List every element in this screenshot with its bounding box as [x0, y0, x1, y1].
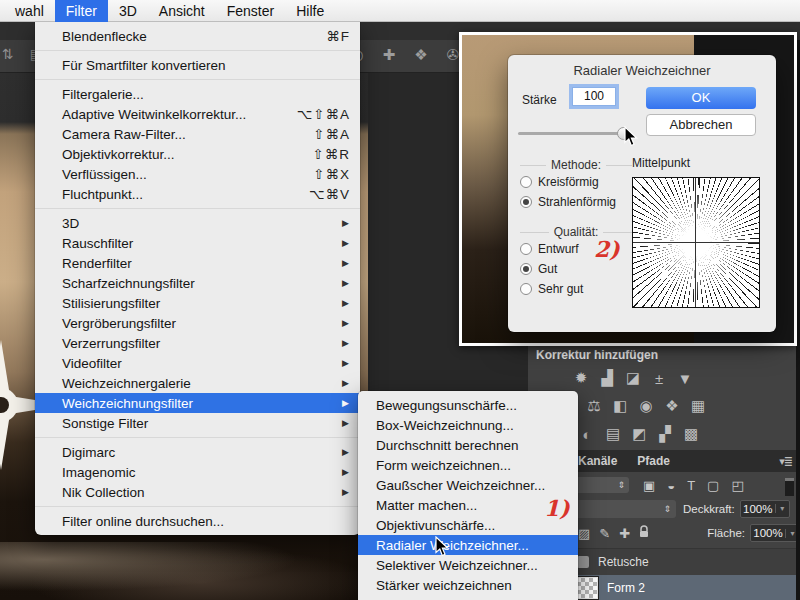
- fill-value-box[interactable]: 100% ▾: [750, 524, 800, 542]
- color-balance-icon[interactable]: ⚖: [581, 397, 607, 415]
- posterize-icon[interactable]: ▤: [600, 425, 626, 443]
- sync-icon-icon[interactable]: ⇅: [2, 46, 14, 62]
- opacity-dropdown-icon[interactable]: ▾: [775, 504, 789, 513]
- color-lookup-icon[interactable]: ▦: [685, 397, 711, 415]
- curves-icon[interactable]: ◪: [620, 369, 646, 387]
- menu-item[interactable]: Videofilter▶: [35, 353, 360, 373]
- mouse-cursor-2: [624, 126, 639, 147]
- photo-filter-icon[interactable]: ◉: [633, 397, 659, 415]
- menu-item[interactable]: Stilisierungsfilter▶: [35, 293, 360, 313]
- move-tool-icon-icon[interactable]: ✚: [380, 46, 398, 64]
- menu-item[interactable]: Filtergalerie...: [35, 84, 360, 104]
- menu-item[interactable]: Fluchtpunkt...⌥⌘V: [35, 184, 360, 204]
- submenu-arrow-icon: ▶: [342, 258, 350, 268]
- menu-item[interactable]: Digimarc▶: [35, 442, 360, 462]
- brightness-contrast-icon[interactable]: ✹: [568, 369, 594, 387]
- menu-item[interactable]: Blendenflecke⌘F: [35, 26, 360, 46]
- radio-icon[interactable]: [520, 263, 532, 275]
- shape-filter-icon[interactable]: ▢: [707, 478, 719, 493]
- menu-item[interactable]: Rauschfilter▶: [35, 233, 360, 253]
- menu-item-label: Durchschnitt berechnen: [376, 438, 560, 453]
- menu-item[interactable]: Imagenomic▶: [35, 462, 360, 482]
- opacity-value-box[interactable]: 100% ▾: [740, 500, 790, 518]
- channel-mixer-icon[interactable]: ❖: [659, 397, 685, 415]
- menu-item[interactable]: Weichzeichnen: [358, 595, 578, 600]
- menu-item[interactable]: Nik Collection▶: [35, 482, 360, 502]
- menu-item[interactable]: Bewegungsunschärfe...: [358, 395, 578, 415]
- dialog-inset-screenshot: Radialer Weichzeichner Stärke 100 OK Abb…: [459, 32, 797, 346]
- menu-item[interactable]: Filter online durchsuchen...: [35, 511, 360, 531]
- menu-item[interactable]: 3D▶: [35, 213, 360, 233]
- menu-shortcut: ⇧⌘X: [313, 166, 350, 182]
- menu-item[interactable]: Renderfilter▶: [35, 253, 360, 273]
- radio-option[interactable]: Sehr gut: [520, 279, 632, 299]
- menu-item[interactable]: Selektiver Weichzeichner...: [358, 555, 578, 575]
- levels-icon[interactable]: ▟: [594, 369, 620, 387]
- menu-item[interactable]: Camera Raw-Filter...⇧⌘A: [35, 124, 360, 144]
- menu-item-label: Imagenomic: [62, 465, 334, 480]
- menubar-item-fenster[interactable]: Fenster: [216, 0, 285, 22]
- strength-input[interactable]: 100: [572, 87, 616, 106]
- type-filter-icon[interactable]: T: [687, 478, 695, 493]
- menu-item[interactable]: Form weichzeichnen...: [358, 455, 578, 475]
- fill-opacity-chip: [785, 478, 794, 496]
- lock-paint-icon[interactable]: ✎: [599, 526, 610, 541]
- menu-item[interactable]: Gaußscher Weichzeichner...: [358, 475, 578, 495]
- menu-item[interactable]: Vergröberungsfilter▶: [35, 313, 360, 333]
- lock-transparent-icon[interactable]: ▨: [578, 526, 590, 541]
- radio-option[interactable]: Kreisförmig: [520, 172, 632, 192]
- menubar-item-3d[interactable]: 3D: [108, 0, 148, 22]
- menu-item[interactable]: Objektivkorrektur...⇧⌘R: [35, 144, 360, 164]
- menubar-item-filter[interactable]: Filter: [55, 0, 108, 22]
- menu-item[interactable]: Sonstige Filter▶: [35, 413, 360, 433]
- menu-item[interactable]: Weichzeichnungsfilter▶: [35, 393, 360, 413]
- radio-icon[interactable]: [520, 176, 532, 188]
- menu-item-label: Digimarc: [62, 445, 334, 460]
- radio-option[interactable]: Gut: [520, 259, 632, 279]
- tab-paths[interactable]: Pfade: [627, 454, 680, 468]
- selective-color-icon[interactable]: ▞: [652, 425, 678, 443]
- menu-item[interactable]: Durchschnitt berechnen: [358, 435, 578, 455]
- radio-icon[interactable]: [520, 196, 532, 208]
- adjustments-header: Korrektur hinzufügen: [536, 348, 658, 362]
- menu-item-label: Radialer Weichzeichner...: [376, 538, 560, 553]
- menu-item[interactable]: Box-Weichzeichnung...: [358, 415, 578, 435]
- menu-item[interactable]: Verzerrungsfilter▶: [35, 333, 360, 353]
- menubar-item-hilfe[interactable]: Hilfe: [285, 0, 335, 22]
- vibrance-icon[interactable]: ▼: [672, 370, 698, 387]
- strength-slider[interactable]: [518, 127, 630, 140]
- smart-object-filter-icon[interactable]: ◰: [731, 478, 743, 493]
- gradient-map-icon[interactable]: ▩: [678, 425, 704, 443]
- blur-center-preview[interactable]: [632, 177, 760, 308]
- radio-icon[interactable]: [520, 283, 532, 295]
- menu-shortcut: ⇧⌘A: [313, 126, 350, 142]
- radio-option[interactable]: Strahlenförmig: [520, 192, 632, 212]
- menu-item[interactable]: Stärker weichzeichnen: [358, 575, 578, 595]
- adjustment-icon-row: ✹▟◪±▼: [528, 364, 800, 392]
- exposure-icon[interactable]: ±: [646, 370, 672, 387]
- opacity-value: 100%: [741, 503, 775, 515]
- cancel-button[interactable]: Abbrechen: [646, 114, 756, 136]
- threshold-icon[interactable]: ◩: [626, 425, 652, 443]
- black-white-icon[interactable]: ◧: [607, 397, 633, 415]
- radio-label: Entwurf: [538, 242, 579, 256]
- menu-item[interactable]: Adaptive Weitwinkelkorrektur...⌥⇧⌘A: [35, 104, 360, 124]
- lock-position-icon[interactable]: ✚: [619, 526, 630, 541]
- 3d-move-icon-icon[interactable]: ❖: [412, 46, 430, 64]
- menubar-item-ansicht[interactable]: Ansicht: [148, 0, 216, 22]
- menu-item[interactable]: Weichzeichnergalerie▶: [35, 373, 360, 393]
- menubar-item-wahl[interactable]: wahl: [4, 0, 55, 22]
- menu-item[interactable]: Für Smartfilter konvertieren: [35, 55, 360, 75]
- layer-filter-kind-select[interactable]: ⇕: [575, 477, 629, 493]
- pixel-filter-icon[interactable]: ▣: [643, 478, 655, 493]
- lock-all-icon[interactable]: [639, 525, 649, 541]
- menu-item[interactable]: Scharfzeichnungsfilter▶: [35, 273, 360, 293]
- photoshop-screen: ⇅▤ ◎✚❖✇ Radialer Weichzeichner Stärke 10…: [0, 0, 800, 600]
- menu-item-label: Verflüssigen...: [62, 167, 305, 182]
- menu-item[interactable]: Radialer Weichzeichner...: [358, 535, 578, 555]
- menu-item[interactable]: Verflüssigen...⇧⌘X: [35, 164, 360, 184]
- menu-item-label: Für Smartfilter konvertieren: [62, 58, 342, 73]
- ok-button[interactable]: OK: [646, 87, 756, 109]
- radio-icon[interactable]: [520, 243, 532, 255]
- adjustment-filter-icon[interactable]: ◒: [667, 478, 675, 493]
